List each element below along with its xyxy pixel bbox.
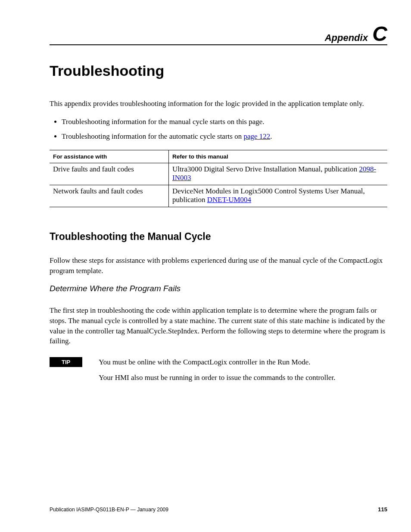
section-body: The first step in troubleshooting the co…	[50, 305, 387, 346]
table-cell: Network faults and fault codes	[50, 185, 169, 207]
table-row: Network faults and fault codes DeviceNet…	[50, 185, 387, 207]
cell-text: Ultra3000 Digital Servo Drive Installati…	[172, 165, 359, 173]
section-title: Troubleshooting the Manual Cycle	[50, 231, 387, 243]
table-cell: DeviceNet Modules in Logix5000 Control S…	[169, 185, 388, 207]
table-header: For assistance with	[50, 150, 169, 163]
intro-paragraph: This appendix provides troubleshooting i…	[50, 99, 387, 109]
reference-table: For assistance with Refer to this manual…	[50, 150, 387, 207]
page-footer: Publication IASIMP-QS011B-EN-P — January…	[50, 506, 387, 513]
bullet-text-post: .	[270, 132, 272, 140]
table-header: Refer to this manual	[169, 150, 388, 163]
tip-block: TIP You must be online with the CompactL…	[50, 357, 387, 388]
publication-info: Publication IASIMP-QS011B-EN-P — January…	[50, 507, 168, 513]
page-link[interactable]: page 122	[243, 132, 270, 140]
section-intro: Follow these steps for assistance with p…	[50, 255, 387, 276]
list-item: Troubleshooting information for the manu…	[62, 117, 387, 127]
appendix-prefix: Appendix	[325, 32, 368, 43]
page-number: 115	[378, 506, 387, 513]
table-row: Drive faults and fault codes Ultra3000 D…	[50, 163, 387, 185]
tip-line: You must be online with the CompactLogix…	[99, 357, 335, 367]
page-title: Troubleshooting	[50, 62, 387, 79]
subsection-title: Determine Where the Program Fails	[50, 284, 387, 293]
cell-text: DeviceNet Modules in Logix5000 Control S…	[172, 187, 365, 204]
bullet-text-pre: Troubleshooting information for the auto…	[62, 132, 243, 140]
appendix-letter: C	[372, 22, 387, 45]
tip-badge: TIP	[50, 357, 82, 367]
intro-bullets: Troubleshooting information for the manu…	[50, 117, 387, 142]
table-cell: Ultra3000 Digital Servo Drive Installati…	[169, 163, 388, 185]
bullet-text: Troubleshooting information for the manu…	[62, 118, 265, 126]
publication-link[interactable]: DNET-UM004	[207, 196, 251, 204]
list-item: Troubleshooting information for the auto…	[62, 131, 387, 142]
appendix-header: Appendix C	[50, 24, 387, 45]
tip-text: You must be online with the CompactLogix…	[99, 357, 335, 388]
tip-line: Your HMI also must be running in order t…	[99, 373, 335, 383]
table-cell: Drive faults and fault codes	[50, 163, 169, 185]
